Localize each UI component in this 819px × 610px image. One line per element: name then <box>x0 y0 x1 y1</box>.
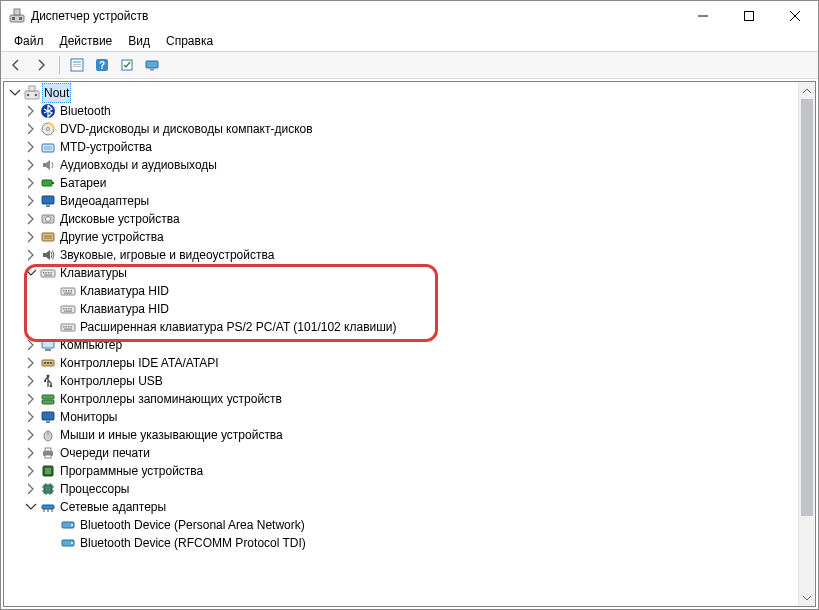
sound-icon <box>40 247 56 263</box>
device-tree[interactable]: NoutBluetoothDVD-дисководы и дисководы к… <box>4 82 798 554</box>
node-label: Программные устройства <box>60 462 203 480</box>
node-label: Расширенная клавиатура PS/2 PC/AT (101/1… <box>80 318 397 336</box>
keyboard-icon <box>60 319 76 335</box>
node-label: Аудиовходы и аудиовыходы <box>60 156 217 174</box>
node-label: Клавиатура HID <box>80 282 169 300</box>
tree-node[interactable]: Процессоры <box>6 480 798 498</box>
close-button[interactable] <box>772 1 818 31</box>
computer-icon <box>40 337 56 353</box>
disk-icon <box>40 211 56 227</box>
expand-icon[interactable] <box>24 212 38 226</box>
tree-node[interactable]: Контроллеры IDE ATA/ATAPI <box>6 354 798 372</box>
node-label: Контроллеры USB <box>60 372 163 390</box>
show-hidden-button[interactable] <box>140 53 164 77</box>
nav-back-button[interactable] <box>5 53 29 77</box>
tree-node[interactable]: Программные устройства <box>6 462 798 480</box>
collapse-icon[interactable] <box>24 266 38 280</box>
collapse-icon[interactable] <box>8 86 22 100</box>
expand-icon[interactable] <box>24 176 38 190</box>
scroll-track[interactable] <box>799 99 815 589</box>
tree-node[interactable]: Мыши и иные указывающие устройства <box>6 426 798 444</box>
node-label: Процессоры <box>60 480 130 498</box>
tree-node[interactable]: Очереди печати <box>6 444 798 462</box>
expand-icon[interactable] <box>24 194 38 208</box>
tree-node[interactable]: Звуковые, игровые и видеоустройства <box>6 246 798 264</box>
storage-icon <box>40 391 56 407</box>
node-label: Клавиатура HID <box>80 300 169 318</box>
expand-icon[interactable] <box>24 104 38 118</box>
node-label: Bluetooth Device (Personal Area Network) <box>80 516 305 534</box>
window-title: Диспетчер устройств <box>31 9 680 23</box>
ide-icon <box>40 355 56 371</box>
menu-file[interactable]: Файл <box>7 33 51 49</box>
tree-node[interactable]: Видеоадаптеры <box>6 192 798 210</box>
scroll-up-button[interactable] <box>799 82 815 99</box>
menu-view[interactable]: Вид <box>121 33 157 49</box>
collapse-icon[interactable] <box>24 500 38 514</box>
expand-icon[interactable] <box>24 158 38 172</box>
maximize-button[interactable] <box>726 1 772 31</box>
tree-node[interactable]: DVD-дисководы и дисководы компакт-дисков <box>6 120 798 138</box>
node-label: Другие устройства <box>60 228 164 246</box>
toolbar-separator <box>59 56 60 74</box>
expand-icon[interactable] <box>24 338 38 352</box>
tree-node[interactable]: Аудиовходы и аудиовыходы <box>6 156 798 174</box>
tree-container: NoutBluetoothDVD-дисководы и дисководы к… <box>4 82 798 606</box>
tree-node[interactable]: Мониторы <box>6 408 798 426</box>
expand-icon[interactable] <box>24 446 38 460</box>
netadapter-icon <box>60 535 76 551</box>
tree-node[interactable]: Контроллеры запоминающих устройств <box>6 390 798 408</box>
keyboard-icon <box>60 301 76 317</box>
tree-node[interactable]: Другие устройства <box>6 228 798 246</box>
expand-icon[interactable] <box>24 374 38 388</box>
svg-rect-72 <box>745 12 754 21</box>
expand-icon[interactable] <box>24 230 38 244</box>
tree-node[interactable]: Контроллеры USB <box>6 372 798 390</box>
node-label: Дисковые устройства <box>60 210 180 228</box>
tree-node[interactable]: Батареи <box>6 174 798 192</box>
scroll-down-button[interactable] <box>799 589 815 606</box>
tree-node[interactable]: Клавиатура HID <box>6 282 798 300</box>
tree-node[interactable]: MTD-устройства <box>6 138 798 156</box>
expand-icon[interactable] <box>24 122 38 136</box>
tree-node[interactable]: Расширенная клавиатура PS/2 PC/AT (101/1… <box>6 318 798 336</box>
tree-node[interactable]: Сетевые адаптеры <box>6 498 798 516</box>
tree-node[interactable]: Bluetooth Device (Personal Area Network) <box>6 516 798 534</box>
node-label: Видеоадаптеры <box>60 192 149 210</box>
other-icon <box>40 229 56 245</box>
tree-node[interactable]: Компьютер <box>6 336 798 354</box>
help-button[interactable] <box>90 53 114 77</box>
nav-forward-button[interactable] <box>30 53 54 77</box>
device-manager-window: Диспетчер устройств Файл Действие Вид Сп… <box>0 0 819 610</box>
tree-node[interactable]: Клавиатура HID <box>6 300 798 318</box>
toolbar <box>1 51 818 79</box>
tree-node[interactable]: Nout <box>6 84 798 102</box>
scan-hardware-button[interactable] <box>115 53 139 77</box>
expand-icon[interactable] <box>24 464 38 478</box>
expand-icon[interactable] <box>24 356 38 370</box>
scroll-thumb[interactable] <box>801 99 813 516</box>
usb-icon <box>40 373 56 389</box>
netadapter-icon <box>60 517 76 533</box>
print-icon <box>40 445 56 461</box>
menu-help[interactable]: Справка <box>159 33 220 49</box>
expand-icon[interactable] <box>24 248 38 262</box>
properties-button[interactable] <box>65 53 89 77</box>
expand-icon[interactable] <box>24 482 38 496</box>
node-label: MTD-устройства <box>60 138 152 156</box>
menu-action[interactable]: Действие <box>53 33 120 49</box>
tree-node[interactable]: Bluetooth <box>6 102 798 120</box>
tree-node[interactable]: Дисковые устройства <box>6 210 798 228</box>
mtd-icon <box>40 139 56 155</box>
minimize-button[interactable] <box>680 1 726 31</box>
node-label: Bluetooth <box>60 102 111 120</box>
vertical-scrollbar[interactable] <box>798 82 815 606</box>
dvd-icon <box>40 121 56 137</box>
expand-icon[interactable] <box>24 140 38 154</box>
expand-icon[interactable] <box>24 428 38 442</box>
expand-icon[interactable] <box>24 392 38 406</box>
tree-node[interactable]: Bluetooth Device (RFCOMM Protocol TDI) <box>6 534 798 552</box>
tree-node[interactable]: Клавиатуры <box>6 264 798 282</box>
node-label: Контроллеры запоминающих устройств <box>60 390 282 408</box>
expand-icon[interactable] <box>24 410 38 424</box>
